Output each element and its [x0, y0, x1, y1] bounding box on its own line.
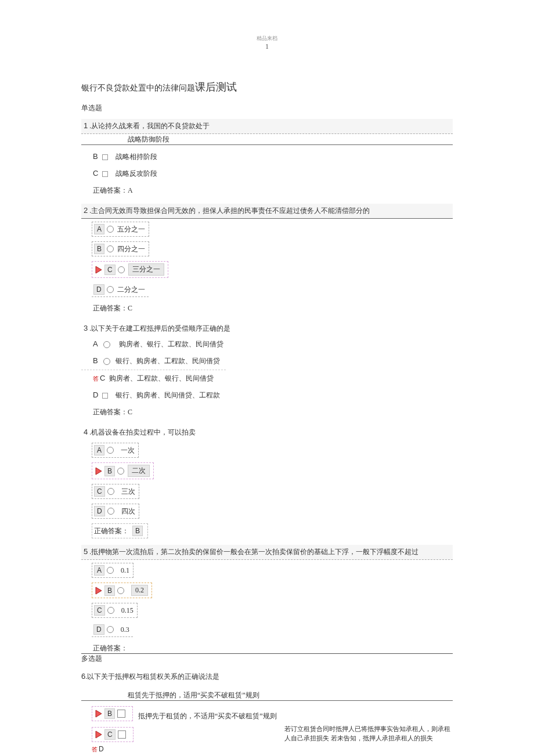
q5-option-d[interactable]: D 0.3: [92, 623, 133, 637]
q4-d-letter: D: [94, 506, 105, 516]
q4-b-letter: B: [104, 466, 115, 476]
q4-d-text: 四次: [121, 507, 135, 516]
q2-a-letter: A: [94, 224, 104, 234]
q1-text: .从论持久战来看，我国的不良贷款处于: [89, 122, 210, 130]
q1-option-b[interactable]: B 战略相持阶段: [81, 149, 453, 165]
q5-b-letter: B: [104, 585, 115, 596]
q3-b-letter: B: [93, 356, 98, 365]
q1-option-a: 战略防御阶段: [81, 134, 453, 145]
checkbox-icon: [118, 730, 126, 739]
q5-d-letter: D: [93, 624, 104, 635]
radio-icon: [107, 245, 114, 252]
q5-option-c[interactable]: C 0.15: [92, 603, 138, 618]
question-1-header: 1 .从论持久战来看，我国的不良贷款处于: [81, 119, 453, 134]
q4-correct-value: B: [132, 526, 143, 536]
q6-option-b[interactable]: B: [92, 706, 133, 721]
q3-a-letter: A: [93, 339, 98, 348]
radio-icon: [107, 447, 114, 454]
q4-option-a[interactable]: A 一次: [92, 443, 139, 458]
header-page-number: 1: [0, 42, 534, 51]
pointer-icon: [94, 709, 103, 718]
radio-icon: [107, 226, 114, 233]
q2-c-text: 三分之一: [128, 263, 164, 276]
q1-b-text: 战略相持阶段: [116, 153, 157, 161]
q4-text: .机器设备在拍卖过程中，可以拍卖: [89, 428, 196, 436]
document-title: 银行不良贷款处置中的法律问题课后测试: [81, 80, 453, 94]
question-6-header: 6.以下关于抵押权与租赁权关系的正确说法是: [81, 672, 453, 682]
section-single-choice: 单选题: [81, 103, 453, 113]
q3-c-letter: C: [100, 374, 105, 382]
q3-number: 3: [84, 324, 88, 332]
q6-text: .以下关于抵押权与租赁权关系的正确说法是: [85, 672, 219, 681]
q6-option-c[interactable]: C: [92, 727, 134, 742]
radio-icon: [103, 341, 110, 348]
pointer-icon: [94, 466, 103, 476]
q4-number: 4: [84, 428, 88, 436]
header-watermark: 精品来档 1: [0, 35, 534, 51]
q4-correct-label: 正确答案：: [94, 526, 129, 536]
q3-text: .以下关于在建工程抵押后的受偿顺序正确的是: [89, 324, 230, 332]
q2-option-b[interactable]: B 四分之一: [92, 241, 149, 256]
q5-option-a[interactable]: A 0.1: [92, 563, 134, 578]
q1-c-letter: C: [93, 169, 98, 178]
q6-c-letter: C: [104, 729, 116, 740]
q4-b-text: 二次: [128, 465, 150, 477]
radio-icon: [103, 358, 110, 365]
q5-correct-answer: 正确答案：: [81, 640, 453, 654]
radio-icon: [107, 508, 114, 515]
q5-b-text: 0.2: [131, 585, 148, 596]
q6-right-note: 若订立租赁合同时抵押人已将抵押事实告知承租人，则承租人自己承担损失 若未告知，抵…: [284, 724, 453, 743]
q5-d-text: 0.3: [121, 625, 129, 634]
q2-option-c[interactable]: C 三分之一: [92, 261, 168, 278]
pointer-icon: [94, 586, 103, 595]
checkbox-icon: [102, 393, 108, 399]
q2-number: 2: [84, 206, 88, 215]
pointer-icon: [94, 730, 103, 739]
q2-option-a[interactable]: A 五分之一: [92, 222, 149, 237]
q3-b-text: 银行、购房者、工程款、民间借贷: [116, 357, 220, 365]
q4-correct-box: 正确答案： B: [92, 523, 148, 538]
q1-b-letter: B: [93, 152, 98, 161]
q2-d-letter: D: [93, 284, 104, 295]
q3-option-a[interactable]: A 购房者、银行、工程款、民间借贷: [81, 336, 453, 353]
q4-option-b[interactable]: B 二次: [92, 462, 154, 479]
title-prefix: 银行不良贷款处置中的法律问题: [81, 84, 195, 92]
radio-icon: [107, 626, 114, 633]
radio-icon: [107, 286, 114, 293]
q6-option-a: 租赁先于抵押的，适用“买卖不破租赁”规则: [81, 690, 453, 701]
q5-option-b[interactable]: B 0.2: [92, 583, 152, 598]
q1-number: 1: [84, 121, 88, 130]
q3-option-c[interactable]: 答C 购房者、工程款、银行、民间借贷: [81, 370, 453, 387]
q3-option-b[interactable]: B 银行、购房者、工程款、民间借贷: [81, 353, 226, 370]
q2-option-d[interactable]: D 二分之一: [92, 283, 149, 297]
q1-correct-answer: 正确答案：A: [81, 182, 453, 199]
q5-text: .抵押物第一次流拍后，第二次拍卖的保留价一般会在第一次拍卖保留价的基础上下浮，一…: [89, 548, 418, 556]
q5-c-text: 0.15: [121, 606, 134, 615]
q2-text: .主合同无效而导致担保合同无效的，担保人承担的民事责任不应超过债务人不能清偿部分…: [89, 207, 370, 215]
answer-mark: 答: [93, 375, 99, 382]
q4-c-letter: C: [94, 486, 105, 497]
q3-c-text: 购房者、工程款、银行、民间借贷: [109, 374, 214, 382]
checkbox-icon: [102, 154, 108, 160]
radio-icon: [118, 266, 125, 273]
q1-option-c[interactable]: C 战略反攻阶段: [81, 165, 453, 182]
checkbox-icon: [102, 171, 108, 177]
q4-option-c[interactable]: C 三次: [92, 484, 139, 499]
radio-icon: [107, 567, 114, 574]
content-area: 银行不良贷款处置中的法律问题课后测试 单选题 1 .从论持久战来看，我国的不良贷…: [81, 80, 453, 756]
q1-c-text: 战略反攻阶段: [116, 169, 157, 178]
q2-b-text: 四分之一: [117, 244, 145, 254]
q4-a-text: 一次: [121, 446, 135, 455]
q2-a-text: 五分之一: [117, 225, 145, 234]
q5-a-text: 0.1: [121, 566, 129, 575]
question-4-header: 4 .机器设备在拍卖过程中，可以拍卖: [81, 425, 453, 440]
q2-d-text: 二分之一: [117, 285, 145, 295]
q2-correct-answer: 正确答案：C: [81, 300, 453, 317]
q3-option-d[interactable]: D 银行、购房者、民间借贷、工程款: [81, 387, 453, 404]
q6-d-letter: D: [99, 745, 104, 753]
q4-option-d[interactable]: D 四次: [92, 504, 139, 519]
radio-icon: [107, 607, 114, 614]
question-3-header: 3 .以下关于在建工程抵押后的受偿顺序正确的是: [81, 321, 453, 336]
watermark-text: 精品来档: [0, 35, 534, 42]
pointer-icon: [94, 265, 103, 274]
